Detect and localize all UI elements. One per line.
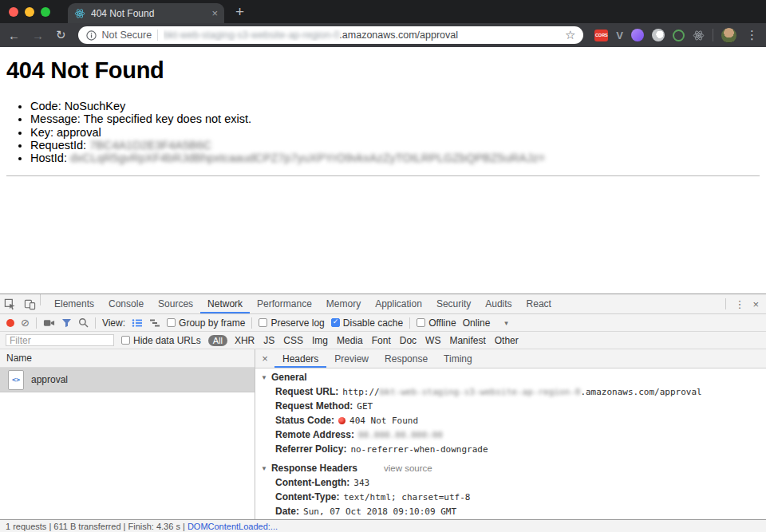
redacted-url-host: bkt-web-staging-s3-website-ap-region-0: [380, 387, 581, 397]
gray-extension-icon[interactable]: [652, 29, 665, 41]
close-window-button[interactable]: [9, 7, 18, 17]
react-devtools-extension-icon[interactable]: [693, 30, 705, 41]
filter-type-media[interactable]: Media: [337, 335, 363, 346]
capture-screenshots-icon[interactable]: [43, 318, 55, 328]
filter-type-xhr[interactable]: XHR: [235, 335, 255, 346]
tab-timing[interactable]: Timing: [436, 349, 480, 368]
general-section-header[interactable]: ▼ General: [255, 370, 766, 384]
checkbox-checked-icon[interactable]: [331, 318, 340, 327]
network-summary-bar: 1 requests | 611 B transferred | Finish:…: [0, 519, 766, 532]
list-item: Key: approval: [30, 126, 766, 139]
toolbar-divider: [251, 317, 252, 329]
device-toolbar-icon[interactable]: [20, 294, 40, 313]
filter-type-js[interactable]: JS: [263, 335, 274, 346]
list-item: Message: The specified key does not exis…: [30, 112, 766, 125]
list-view-icon[interactable]: [132, 318, 143, 328]
tab-memory[interactable]: Memory: [319, 294, 368, 313]
filter-type-font[interactable]: Font: [372, 335, 391, 346]
toolbar-divider: [713, 29, 713, 41]
minimize-window-button[interactable]: [25, 7, 34, 17]
tab-application[interactable]: Application: [368, 294, 429, 313]
green-extension-icon[interactable]: [673, 30, 685, 41]
filter-type-ws[interactable]: WS: [425, 335, 440, 346]
header-row-request-url: Request URL: http://bkt-web-staging-s3-w…: [255, 384, 766, 399]
tab-console[interactable]: Console: [101, 294, 151, 313]
url-redacted-host: bkt-web-staging-s3-website-ap-region-0: [164, 30, 339, 41]
redacted-request-id: 7BC4A1D2E3F4A5B6C: [89, 139, 211, 152]
devtools-close-icon[interactable]: ×: [752, 298, 759, 310]
browser-toolbar: ← → ↻ Not Secure bkt-web-staging-s3-webs…: [0, 23, 766, 47]
filter-type-other[interactable]: Other: [495, 335, 519, 346]
toolbar-divider: [409, 317, 410, 329]
tab-network[interactable]: Network: [200, 294, 250, 313]
close-detail-icon[interactable]: ×: [255, 349, 274, 368]
browser-menu-icon[interactable]: ⋮: [746, 28, 758, 42]
header-row-content-type: Content-Type: text/html; charset=utf-8: [255, 490, 766, 504]
tab-react[interactable]: React: [519, 294, 559, 313]
tab-performance[interactable]: Performance: [250, 294, 319, 313]
inspect-element-icon[interactable]: [0, 294, 20, 313]
address-bar[interactable]: Not Secure bkt-web-staging-s3-website-ap…: [78, 26, 584, 44]
filter-input[interactable]: [6, 334, 114, 346]
devtools-tabs: Elements Console Sources Network Perform…: [47, 294, 559, 313]
checkbox-icon[interactable]: [417, 318, 425, 327]
response-headers-section-header[interactable]: ▼ Response Headers view source: [255, 461, 766, 475]
checkbox-icon[interactable]: [259, 318, 267, 327]
offline-checkbox[interactable]: Offline: [417, 317, 456, 329]
request-row-approval[interactable]: <> approval: [0, 368, 255, 392]
security-label[interactable]: Not Secure: [102, 30, 152, 41]
cors-extension-icon[interactable]: CORS: [594, 30, 608, 41]
disable-cache-checkbox[interactable]: Disable cache: [331, 317, 403, 329]
error-detail-list: Code: NoSuchKey Message: The specified k…: [0, 100, 766, 164]
tab-sources[interactable]: Sources: [151, 294, 200, 313]
tab-headers[interactable]: Headers: [274, 349, 326, 368]
hide-data-urls-checkbox[interactable]: Hide data URLs: [121, 335, 201, 346]
filter-type-manifest[interactable]: Manifest: [449, 335, 485, 346]
group-by-frame-checkbox[interactable]: Group by frame: [167, 317, 245, 329]
zoom-window-button[interactable]: [41, 7, 50, 17]
bookmark-star-icon[interactable]: ☆: [565, 28, 575, 42]
tab-close-icon[interactable]: ×: [211, 7, 218, 19]
header-row-status-code: Status Code: 404 Not Found: [255, 413, 766, 428]
filter-type-css[interactable]: CSS: [283, 335, 303, 346]
tab-response[interactable]: Response: [377, 349, 436, 368]
domcontentloaded-link[interactable]: DOMContentLoaded:...: [188, 522, 278, 531]
throttling-select[interactable]: Online: [463, 317, 491, 329]
filter-type-img[interactable]: Img: [312, 335, 328, 346]
vue-extension-icon[interactable]: V: [616, 30, 623, 41]
clear-icon[interactable]: ⊘: [21, 317, 30, 328]
info-icon[interactable]: [86, 30, 97, 41]
tab-security[interactable]: Security: [429, 294, 478, 313]
tab-audits[interactable]: Audits: [478, 294, 519, 313]
name-column-header[interactable]: Name: [0, 349, 255, 368]
redacted-remote-address: 00.000.00.000:00: [358, 430, 443, 440]
search-icon[interactable]: [78, 317, 89, 328]
url-text[interactable]: bkt-web-staging-s3-website-ap-region-0.a…: [164, 30, 559, 41]
toolbar-divider: [36, 317, 37, 329]
preserve-log-checkbox[interactable]: Preserve log: [259, 317, 324, 329]
filter-funnel-icon[interactable]: [61, 318, 72, 328]
devtools-menu-icon[interactable]: ⋮: [734, 298, 744, 310]
chevron-down-icon[interactable]: ▾: [504, 319, 508, 327]
reload-icon[interactable]: ↻: [56, 28, 66, 42]
view-source-link[interactable]: view source: [384, 463, 432, 473]
error-status-dot-icon: [338, 417, 345, 424]
waterfall-view-icon[interactable]: [149, 318, 160, 328]
extension-cluster: CORS V ⋮: [594, 28, 758, 43]
tab-elements[interactable]: Elements: [47, 294, 101, 313]
profile-avatar[interactable]: [721, 28, 736, 43]
browser-tab[interactable]: 404 Not Found ×: [68, 3, 224, 23]
checkbox-icon[interactable]: [121, 336, 130, 345]
record-icon[interactable]: [6, 319, 14, 327]
list-item: RequestId: 7BC4A1D2E3F4A5B6C: [30, 139, 766, 152]
back-icon[interactable]: ←: [8, 29, 20, 42]
filter-type-all[interactable]: All: [208, 335, 227, 346]
page-content: 404 Not Found Code: NoSuchKey Message: T…: [0, 47, 766, 294]
tab-preview[interactable]: Preview: [326, 349, 377, 368]
checkbox-icon[interactable]: [167, 318, 176, 327]
window-titlebar: 404 Not Found × +: [0, 0, 766, 23]
filter-type-doc[interactable]: Doc: [400, 335, 417, 346]
new-tab-button[interactable]: +: [224, 3, 244, 23]
purple-extension-icon[interactable]: [631, 29, 644, 41]
forward-icon[interactable]: →: [32, 29, 44, 42]
